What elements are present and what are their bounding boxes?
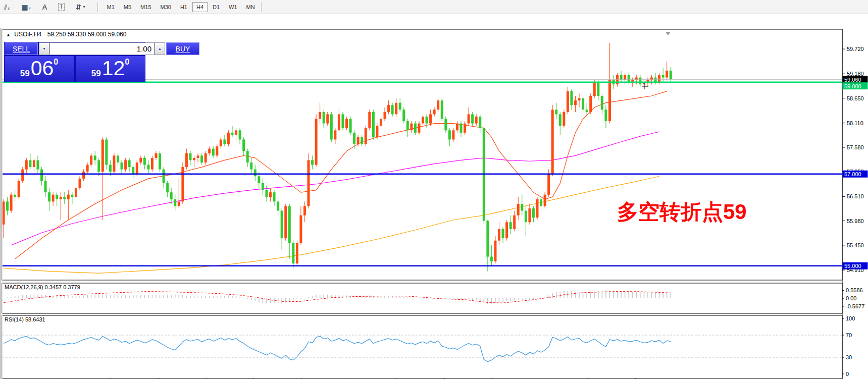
timeframe-m30-button[interactable]: M30 [157, 2, 175, 12]
svg-text:70: 70 [846, 332, 852, 338]
svg-text:59.000: 59.000 [844, 83, 861, 89]
chart-window: 59.72059.18058.65058.11057.58057.05056.5… [0, 14, 868, 379]
collapse-icon[interactable]: ▲ [6, 32, 11, 37]
chevron-down-icon: ▾ [83, 5, 85, 9]
macd-label: MACD(12,26,9) 0.3457 0.3779 [5, 284, 80, 290]
svg-text:57.000: 57.000 [844, 171, 861, 177]
fibonacci-tool-icon[interactable]: ▦F [22, 3, 31, 11]
sell-price-display[interactable]: 59 06 0 [5, 56, 74, 82]
svg-text:30: 30 [846, 354, 852, 360]
timeframe-mn-button[interactable]: MN [242, 2, 259, 12]
svg-text:55.980: 55.980 [847, 218, 864, 224]
symbol-name: USOil-,H4 [14, 31, 41, 38]
rsi-label: RSI(14) 58.6431 [5, 316, 45, 322]
svg-text:55.450: 55.450 [847, 242, 864, 248]
timeframe-m5-button[interactable]: M5 [120, 2, 135, 12]
svg-text:56.510: 56.510 [847, 193, 864, 199]
timeframe-w1-button[interactable]: W1 [225, 2, 241, 12]
svg-text:0.00: 0.00 [846, 295, 856, 301]
timeframe-h1-button[interactable]: H1 [176, 2, 191, 12]
annotation-text: 多空转折点59 [617, 200, 747, 224]
sell-button[interactable]: SELL [5, 42, 38, 55]
svg-text:59.060: 59.060 [844, 77, 861, 83]
volume-stepper: ▼ ▲ [39, 42, 165, 55]
volume-input[interactable] [49, 42, 155, 55]
svg-text:55.000: 55.000 [844, 263, 861, 269]
one-click-trading-panel: SELL ▼ ▲ BUY 59 06 0 59 12 0 [4, 42, 145, 82]
timeframe-d1-button[interactable]: D1 [209, 2, 224, 12]
toolbar: ⫽E ▦F A T ⇵▾ M1 M5 M15 M30 H1 H4 D1 W1 M… [0, 0, 868, 14]
toolbar-separator [261, 2, 262, 12]
svg-text:100: 100 [846, 315, 855, 321]
svg-text:0: 0 [846, 371, 849, 377]
text-label-tool-icon[interactable]: T [58, 3, 65, 11]
timeframe-m15-button[interactable]: M15 [136, 2, 155, 12]
volume-increase-button[interactable]: ▲ [155, 42, 165, 55]
text-tool-icon[interactable]: A [42, 3, 47, 11]
window-left-frame [0, 28, 3, 379]
toolbar-separator [97, 2, 98, 12]
arrows-tool-icon[interactable]: ⇵▾ [76, 3, 85, 11]
svg-text:0.5586: 0.5586 [846, 287, 863, 293]
volume-decrease-button[interactable]: ▼ [39, 42, 49, 55]
equidistant-channel-tool-icon[interactable]: ⫽E [4, 3, 11, 11]
svg-text:58.110: 58.110 [847, 120, 863, 126]
svg-text:57.580: 57.580 [847, 144, 864, 150]
svg-text:-0.5677: -0.5677 [846, 303, 864, 309]
svg-text:58.650: 58.650 [847, 95, 864, 101]
svg-text:59.720: 59.720 [847, 46, 864, 52]
timeframe-h4-button[interactable]: H4 [192, 2, 208, 12]
chart-header: ▲ USOil-,H4 59.250 59.330 59.000 59.060 [6, 31, 126, 38]
buy-button[interactable]: BUY [166, 42, 199, 55]
ohlc-values: 59.250 59.330 59.000 59.060 [47, 31, 127, 38]
timeframe-m1-button[interactable]: M1 [103, 2, 119, 12]
buy-price-display[interactable]: 59 12 0 [76, 56, 145, 82]
